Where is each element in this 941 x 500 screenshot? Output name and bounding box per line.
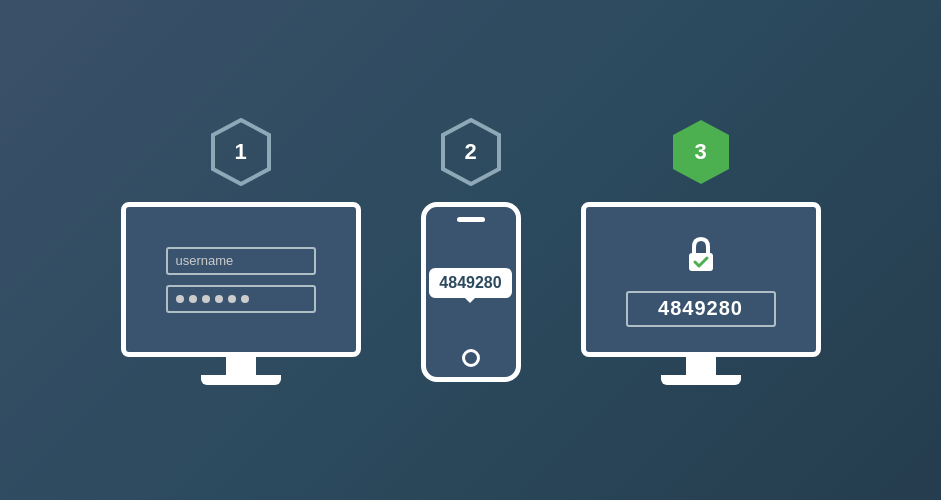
phone-home-button xyxy=(462,349,480,367)
step-3: 3 4849280 xyxy=(581,118,821,382)
step-1-number: 1 xyxy=(234,139,246,165)
step-2-number: 2 xyxy=(464,139,476,165)
sms-bubble: 4849280 xyxy=(429,268,511,298)
monitor-3-screen: 4849280 xyxy=(581,202,821,357)
dot-1 xyxy=(176,295,184,303)
dot-4 xyxy=(215,295,223,303)
monitor-3-neck xyxy=(686,357,716,375)
step-2: 2 4849280 xyxy=(421,118,521,382)
otp-code: 4849280 xyxy=(658,297,743,320)
username-field: username xyxy=(166,247,316,275)
monitor-1: username xyxy=(121,202,361,382)
lock-icon xyxy=(679,233,723,277)
sms-code: 4849280 xyxy=(439,274,501,291)
dot-6 xyxy=(241,295,249,303)
otp-field: 4849280 xyxy=(626,291,776,327)
step-3-number: 3 xyxy=(694,139,706,165)
step-1-badge: 1 xyxy=(211,118,271,186)
dot-2 xyxy=(189,295,197,303)
monitor-1-stand xyxy=(121,357,361,385)
step-3-badge: 3 xyxy=(671,118,731,186)
dot-5 xyxy=(228,295,236,303)
step-2-badge: 2 xyxy=(441,118,501,186)
monitor-3-base xyxy=(661,375,741,385)
password-field xyxy=(166,285,316,313)
monitor-1-neck xyxy=(226,357,256,375)
main-container: 1 username xyxy=(0,98,941,402)
phone: 4849280 xyxy=(421,202,521,382)
username-label: username xyxy=(176,253,234,268)
monitor-3: 4849280 xyxy=(581,202,821,382)
dot-3 xyxy=(202,295,210,303)
monitor-1-screen: username xyxy=(121,202,361,357)
password-dots xyxy=(176,295,249,303)
phone-speaker xyxy=(457,217,485,222)
step-1: 1 username xyxy=(121,118,361,382)
monitor-3-stand xyxy=(581,357,821,385)
monitor-1-base xyxy=(201,375,281,385)
